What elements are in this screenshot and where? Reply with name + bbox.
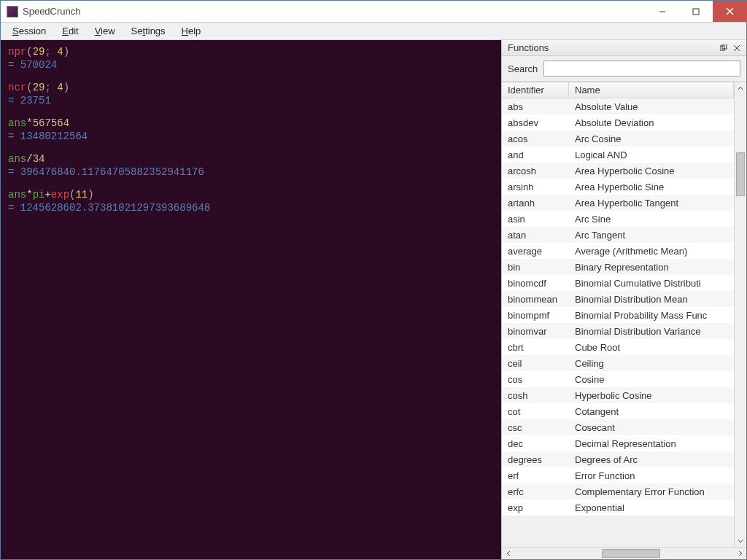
function-name: Area Hyperbolic Sine — [569, 182, 734, 192]
maximize-icon — [692, 8, 700, 15]
history-entry[interactable]: ans/34= 396476840.11764705882352941176 — [8, 153, 494, 179]
menu-settings[interactable]: Settings — [124, 24, 173, 38]
app-window: SpeedCrunch Session Edit View Settings H… — [0, 0, 747, 560]
search-input[interactable] — [543, 61, 740, 77]
column-identifier[interactable]: Identifier — [502, 82, 569, 98]
function-row[interactable]: asinArc Sine — [502, 211, 734, 227]
function-identifier: ceil — [502, 358, 569, 369]
hscroll-track[interactable] — [514, 548, 734, 559]
function-identifier: and — [502, 149, 569, 160]
panel-undock-button[interactable] — [717, 42, 730, 54]
function-name: Exponential — [569, 502, 734, 513]
column-name[interactable]: Name — [569, 82, 734, 98]
maximize-button[interactable] — [679, 1, 713, 22]
history-entry[interactable]: npr(29; 4)= 570024 — [8, 46, 494, 71]
minimize-button[interactable] — [646, 1, 679, 22]
close-icon — [726, 7, 734, 15]
function-row[interactable]: acosArc Cosine — [502, 131, 734, 147]
close-button[interactable] — [713, 1, 746, 22]
function-identifier: cos — [502, 374, 569, 385]
close-icon — [733, 44, 740, 52]
history-expression: ans/34 — [8, 153, 494, 166]
menu-edit[interactable]: Edit — [55, 24, 85, 38]
function-identifier: absdev — [502, 117, 569, 128]
function-identifier: dec — [502, 438, 569, 449]
function-name: Ceiling — [569, 358, 734, 369]
function-row[interactable]: erfError Function — [502, 467, 734, 483]
function-name: Cosecant — [569, 422, 734, 433]
functions-table-header: Identifier Name — [502, 82, 734, 98]
history-entry[interactable]: ncr(29; 4)= 23751 — [8, 82, 494, 107]
function-row[interactable]: binompmfBinomial Probability Mass Func — [502, 307, 734, 323]
hscroll-thumb[interactable] — [602, 549, 660, 558]
function-row[interactable]: arcoshArea Hyperbolic Cosine — [502, 163, 734, 179]
function-row[interactable]: cbrtCube Root — [502, 339, 734, 355]
function-identifier: csc — [502, 422, 569, 433]
function-row[interactable]: cosCosine — [502, 371, 734, 387]
menu-settings-rest: tings — [145, 26, 165, 36]
function-row[interactable]: absdevAbsolute Deviation — [502, 114, 734, 131]
history-expression: ncr(29; 4) — [8, 82, 494, 95]
function-identifier: arcosh — [502, 166, 569, 176]
history-result: = 23751 — [8, 95, 494, 108]
function-row[interactable]: absAbsolute Value — [502, 98, 734, 114]
function-row[interactable]: binomvarBinomial Distribution Variance — [502, 323, 734, 339]
menu-help[interactable]: Help — [174, 24, 209, 38]
function-identifier: bin — [502, 262, 569, 273]
history-terminal[interactable]: npr(29; 4)= 570024ncr(29; 4)= 23751ans*5… — [1, 40, 501, 559]
scroll-up-icon[interactable] — [735, 82, 746, 94]
undock-icon — [720, 44, 727, 52]
function-row[interactable]: atanArc Tangent — [502, 227, 734, 243]
function-row[interactable]: degreesDegrees of Arc — [502, 451, 734, 467]
scroll-right-icon[interactable] — [734, 548, 746, 560]
function-identifier: arsinh — [502, 182, 569, 192]
function-row[interactable]: binBinary Representation — [502, 259, 734, 275]
function-row[interactable]: expExponential — [502, 499, 734, 516]
scroll-left-icon[interactable] — [502, 548, 514, 560]
scroll-thumb[interactable] — [736, 152, 745, 196]
window-title: SpeedCrunch — [23, 6, 646, 17]
history-result: = 1245628602.37381021297393689648 — [8, 202, 494, 215]
function-row[interactable]: cotCotangent — [502, 403, 734, 419]
function-row[interactable]: coshHyperbolic Cosine — [502, 387, 734, 403]
function-identifier: binomvar — [502, 326, 569, 337]
minimize-icon — [659, 8, 666, 15]
history-result: = 396476840.11764705882352941176 — [8, 166, 494, 179]
function-row[interactable]: cscCosecant — [502, 419, 734, 435]
menu-session[interactable]: Session — [5, 24, 53, 38]
function-name: Error Function — [569, 470, 734, 481]
function-name: Binomial Probability Mass Func — [569, 310, 734, 321]
history-entry[interactable]: ans*pi+exp(11)= 1245628602.3738102129739… — [8, 189, 494, 214]
vertical-scrollbar[interactable] — [734, 82, 746, 547]
function-identifier: atan — [502, 230, 569, 241]
function-identifier: artanh — [502, 198, 569, 209]
function-row[interactable]: binomcdfBinomial Cumulative Distributi — [502, 275, 734, 291]
function-row[interactable]: artanhArea Hyperbolic Tangent — [502, 195, 734, 211]
titlebar: SpeedCrunch — [1, 1, 746, 23]
function-name: Arc Cosine — [569, 133, 734, 144]
history-expression: ans*pi+exp(11) — [8, 189, 494, 202]
function-row[interactable]: arsinhArea Hyperbolic Sine — [502, 179, 734, 195]
function-name: Cube Root — [569, 342, 734, 353]
function-row[interactable]: binommeanBinomial Distribution Mean — [502, 291, 734, 307]
history-entry[interactable]: ans*567564= 13480212564 — [8, 117, 494, 143]
function-row[interactable]: averageAverage (Arithmetic Mean) — [502, 243, 734, 259]
menubar: Session Edit View Settings Help — [1, 23, 746, 40]
function-row[interactable]: ceilCeiling — [502, 355, 734, 371]
history-expression: npr(29; 4) — [8, 46, 494, 59]
panel-search-row: Search — [502, 56, 746, 82]
panel-close-button[interactable] — [730, 42, 743, 54]
history-expression: ans*567564 — [8, 117, 494, 131]
main-area: npr(29; 4)= 570024ncr(29; 4)= 23751ans*5… — [1, 40, 746, 559]
function-row[interactable]: decDecimal Representation — [502, 435, 734, 451]
scroll-track[interactable] — [735, 94, 746, 534]
menu-view[interactable]: View — [88, 24, 123, 38]
functions-panel: Functions Search Identifier Name — [501, 40, 746, 559]
scroll-down-icon[interactable] — [735, 534, 746, 547]
function-row[interactable]: erfcComplementary Error Function — [502, 483, 734, 499]
function-name: Cotangent — [569, 406, 734, 417]
function-identifier: degrees — [502, 454, 569, 465]
menu-session-rest: ession — [19, 26, 47, 36]
function-row[interactable]: andLogical AND — [502, 147, 734, 163]
horizontal-scrollbar[interactable] — [502, 547, 746, 559]
